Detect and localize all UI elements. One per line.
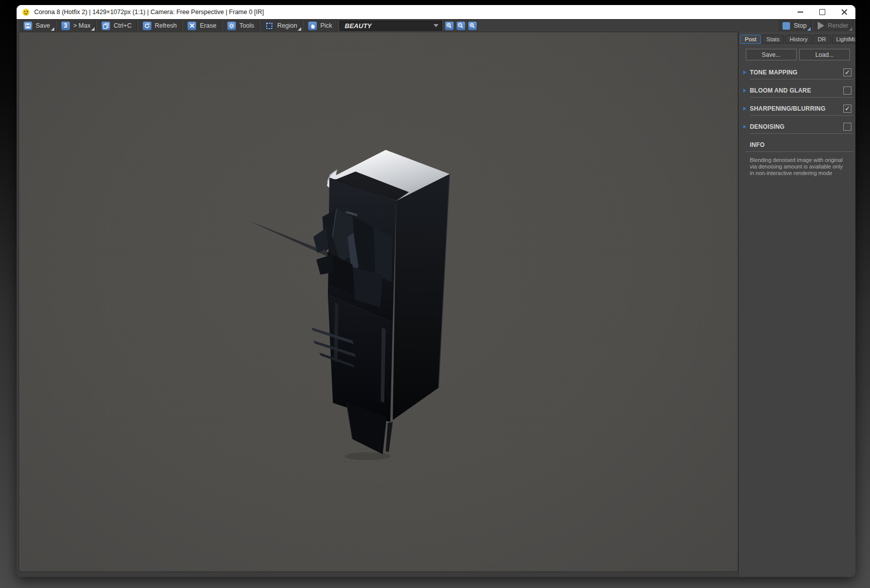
section-info: INFO Blending denoised image with origin… [739,140,855,177]
section-label: TONE MAPPING [750,69,798,76]
section-header[interactable]: DENOISING [739,122,855,131]
expander-arrow-icon[interactable] [743,70,746,74]
render-element-dropdown[interactable]: BEAUTY [339,21,442,31]
tools-button[interactable]: Tools [222,20,259,31]
save-dropdown-corner [51,27,54,31]
section-header[interactable]: TONE MAPPING ✓ [739,68,855,76]
max-dropdown-corner [91,27,95,31]
zoom-out-button[interactable] [456,21,466,31]
render-label: Render [828,22,848,29]
tab-post[interactable]: Post [740,35,761,44]
maximize-button[interactable] [811,5,833,19]
section-label: DENOISING [750,123,785,130]
section-denoising: DENOISING [739,122,855,134]
denoising-checkbox[interactable] [843,123,851,131]
panel-tabs: Post Stats History DR LightMix [740,35,854,44]
hand-icon [308,22,317,30]
stop-button[interactable]: Stop [777,20,812,31]
refresh-label: Refresh [155,22,177,29]
refresh-button[interactable]: Refresh [138,20,182,31]
tone-mapping-checkbox[interactable]: ✓ [843,68,851,76]
max-label: > Max [73,22,91,29]
section-header[interactable]: SHARPENING/BLURRING ✓ [739,104,855,113]
window-controls [789,5,855,19]
expander-arrow-icon[interactable] [743,107,746,111]
render-dropdown-corner [849,27,852,31]
object-leg [386,422,393,452]
bloom-glare-checkbox[interactable] [843,87,851,95]
close-button[interactable] [833,5,855,19]
save-config-button[interactable]: Save... [746,49,797,60]
info-text: Blending denoised image with original vi… [750,157,843,177]
expander-arrow-icon[interactable] [743,89,746,93]
save-button[interactable]: Save [19,20,55,31]
pick-label: Pick [320,22,332,29]
render-button[interactable]: Render [813,20,853,31]
divider [750,97,853,98]
region-button[interactable]: Region [260,20,302,31]
minimize-icon [798,12,803,13]
erase-button[interactable]: Erase [183,20,221,31]
stop-label: Stop [794,22,807,29]
zoom-reset-icon [468,22,477,30]
zoom-in-icon [445,22,454,30]
save-label: Save [36,22,50,29]
tab-stats[interactable]: Stats [762,35,784,44]
max-button[interactable]: 3 > Max [56,20,96,31]
section-bloom-and-glare: BLOOM AND GLARE [739,86,855,98]
section-header[interactable]: BLOOM AND GLARE [739,86,855,95]
panel-buttons: Save... Load... [746,49,850,60]
toolbar: Save 3 > Max Ctrl+C Refresh [17,19,855,32]
divider [745,151,853,152]
window-title: Corona 8 (Hotfix 2) | 1429×1072px (1:1) … [34,9,264,16]
render-viewport[interactable]: UGREEN [19,32,738,572]
corona-logo-icon [22,9,30,16]
section-sharpening-blurring: SHARPENING/BLURRING ✓ [739,104,855,116]
tab-lightmix[interactable]: LightMix [832,35,855,44]
zoom-in-button[interactable] [444,21,455,31]
rendered-object: UGREEN [247,150,450,460]
refresh-icon [143,22,151,30]
desktop-backdrop: Corona 8 (Hotfix 2) | 1429×1072px (1:1) … [0,0,870,588]
copy-label: Ctrl+C [114,22,132,29]
section-label: BLOOM AND GLARE [750,87,811,94]
copy-icon [102,22,110,30]
post-processing-panel: Post Stats History DR LightMix Save... L… [738,32,855,577]
divider [750,115,853,116]
region-dropdown-corner [298,27,301,31]
corona-vfb-window: Corona 8 (Hotfix 2) | 1429×1072px (1:1) … [17,5,855,577]
save-icon [24,22,32,30]
gear-icon [227,22,236,30]
tab-dr[interactable]: DR [813,35,831,44]
close-icon [841,9,847,15]
titlebar[interactable]: Corona 8 (Hotfix 2) | 1429×1072px (1:1) … [17,5,855,19]
divider [750,133,853,134]
expander-arrow-icon[interactable] [743,125,746,129]
panel-sections: TONE MAPPING ✓ BLOOM AND GLARE [739,68,855,184]
slot-3-icon: 3 [61,22,70,30]
tools-label: Tools [239,22,254,29]
tab-history[interactable]: History [785,35,812,44]
erase-label: Erase [200,22,216,29]
minimize-button[interactable] [789,5,811,19]
rendered-image: UGREEN [19,32,738,571]
render-play-icon [818,22,824,30]
erase-icon [188,22,196,30]
pick-button[interactable]: Pick [303,20,337,31]
copy-button[interactable]: Ctrl+C [97,20,137,31]
divider [750,79,853,79]
object-right-face [393,174,450,420]
toolbar-spacer [478,20,777,32]
region-icon [265,22,274,30]
window-content: UGREEN [17,32,855,577]
zoom-reset-button[interactable] [467,21,478,31]
load-config-button[interactable]: Load... [799,49,850,60]
section-label: SHARPENING/BLURRING [750,105,825,112]
stop-dropdown-corner [807,27,811,31]
sharpening-checkbox[interactable]: ✓ [843,105,851,113]
section-tone-mapping: TONE MAPPING ✓ [739,68,855,79]
stop-icon [782,22,790,30]
chevron-down-icon [433,24,439,27]
info-label: INFO [750,141,764,148]
region-label: Region [277,22,297,29]
